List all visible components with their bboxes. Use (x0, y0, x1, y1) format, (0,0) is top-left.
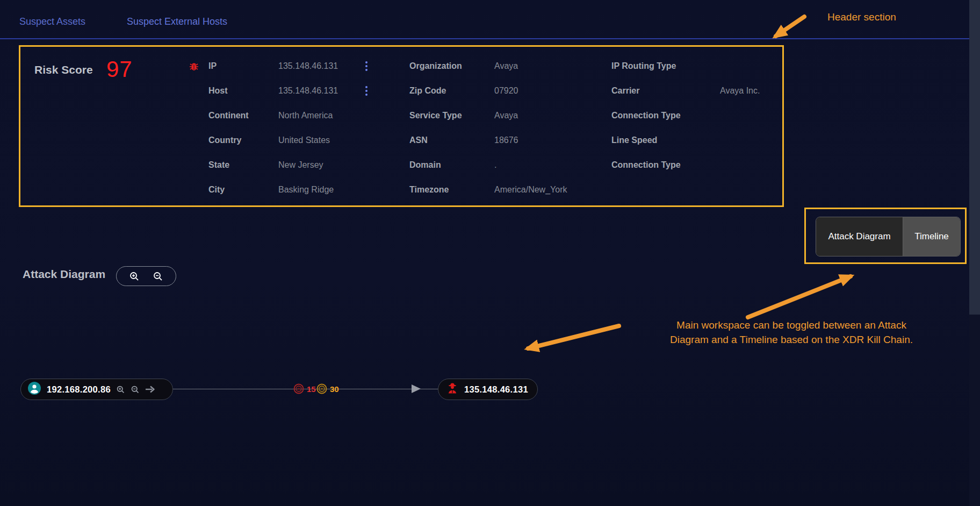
annotation-workspace-note-line1: Main workspace can be toggled between an… (657, 318, 926, 332)
detail-label: Service Type (409, 103, 494, 128)
page-scrollbar-thumb[interactable] (969, 0, 980, 315)
detail-value: 135.148.46.131 (278, 54, 363, 79)
edge-badge-warning-count: 30 (330, 384, 339, 394)
ip-kebab-menu-icon[interactable] (363, 59, 370, 73)
detail-label: Connection Type (611, 153, 720, 177)
node-zoom-out-button[interactable] (131, 385, 140, 394)
detail-value: New Jersey (278, 153, 363, 177)
user-icon (27, 381, 41, 397)
detail-label: ASN (409, 128, 494, 153)
tab-suspect-assets[interactable]: Suspect Assets (19, 16, 85, 27)
detail-label: Domain (409, 153, 494, 177)
target-rings-red-icon (293, 383, 305, 395)
detail-value: 07920 (494, 79, 607, 103)
detail-value: Basking Ridge (278, 177, 363, 202)
zoom-out-button[interactable] (153, 271, 163, 282)
toggle-timeline-button[interactable]: Timeline (903, 217, 960, 256)
detail-label: Zip Code (409, 79, 494, 103)
host-kebab-menu-icon[interactable] (363, 84, 370, 98)
tab-suspect-assets-label: Suspect Assets (19, 16, 85, 27)
detail-label: IP (208, 54, 278, 79)
detail-value: 135.148.46.131 (278, 79, 363, 103)
detail-label: Country (208, 128, 278, 153)
details-column-1: IP 135.148.46.131 Host 135.148.46.131 Co… (208, 54, 378, 202)
edge-badge-critical-count: 15 (307, 384, 316, 394)
detail-label: Host (208, 79, 278, 103)
annotation-workspace-note-line2: Diagram and a Timeline based on the XDR … (657, 332, 926, 347)
node-target-host[interactable]: 135.148.46.131 (438, 379, 538, 400)
zoom-in-icon (129, 271, 140, 282)
zoom-out-icon (131, 385, 140, 394)
detail-label: Continent (208, 103, 278, 128)
detail-label: Organization (409, 54, 494, 79)
detail-value: America/New_York (494, 177, 607, 202)
annotation-header-section: Header section (827, 11, 896, 23)
attack-edge-arrowhead-icon (412, 384, 421, 393)
malware-bug-icon (188, 60, 200, 74)
zoom-in-icon (116, 385, 125, 394)
source-node-ip: 192.168.200.86 (47, 384, 111, 395)
tab-suspect-external-hosts-label: Suspect External Hosts (127, 16, 227, 27)
edge-badge-warning: 30 (316, 383, 339, 395)
detail-label: State (208, 153, 278, 177)
risk-score-label: Risk Score (34, 63, 93, 76)
workspace-view-toggle: Attack Diagram Timeline (816, 217, 961, 256)
attack-diagram-section-title: Attack Diagram (23, 268, 105, 281)
detail-value: United States (278, 128, 363, 153)
toggle-attack-diagram-button[interactable]: Attack Diagram (816, 217, 903, 256)
node-source-asset[interactable]: 192.168.200.86 (20, 379, 173, 400)
zoom-out-icon (153, 271, 163, 282)
risk-score-value: 97 (106, 56, 133, 82)
detail-value: Avaya (494, 103, 607, 128)
arrow-right-icon (145, 386, 155, 393)
detail-value: . (494, 153, 607, 177)
detail-value (720, 103, 784, 128)
node-zoom-in-button[interactable] (116, 385, 125, 394)
detail-value: 18676 (494, 128, 607, 153)
target-node-ip: 135.148.46.131 (464, 384, 528, 395)
node-expand-arrow-button[interactable] (145, 386, 155, 393)
details-column-2: Organization Avaya Zip Code 07920 Servic… (409, 54, 607, 202)
detail-value: Avaya Inc. (720, 79, 784, 103)
target-rings-orange-icon (316, 383, 328, 395)
annotation-workspace-note: Main workspace can be toggled between an… (657, 318, 926, 347)
diagram-zoom-controls (116, 266, 176, 286)
detail-value (720, 128, 784, 153)
detail-value: North America (278, 103, 363, 128)
tabbar-divider (0, 38, 969, 39)
tab-suspect-external-hosts[interactable]: Suspect External Hosts (127, 16, 227, 27)
edge-badge-critical: 15 (293, 383, 316, 395)
detail-label: IP Routing Type (611, 54, 720, 79)
toggle-attack-diagram-label: Attack Diagram (828, 231, 890, 242)
detail-value: Avaya (494, 54, 607, 79)
detail-label: Timezone (409, 177, 494, 202)
attacker-icon (447, 382, 458, 396)
detail-value (720, 153, 784, 177)
toggle-timeline-label: Timeline (914, 231, 949, 242)
detail-label: Carrier (611, 79, 720, 103)
zoom-in-button[interactable] (129, 271, 140, 282)
detail-label: Connection Type (611, 103, 720, 128)
detail-label: City (208, 177, 278, 202)
detail-label: Line Speed (611, 128, 720, 153)
details-column-3: IP Routing Type Carrier Avaya Inc. Conne… (611, 54, 784, 177)
detail-value (720, 54, 784, 79)
